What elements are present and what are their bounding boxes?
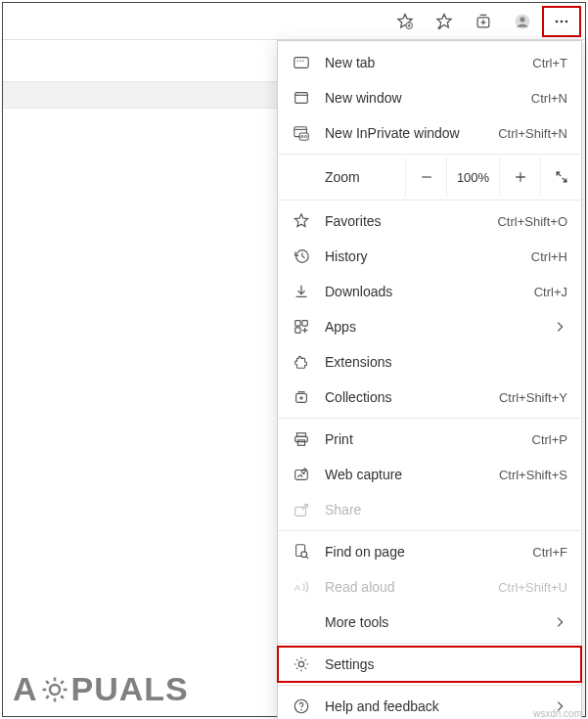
help-icon <box>292 697 311 716</box>
fullscreen-button[interactable] <box>540 157 581 197</box>
menu-favorites[interactable]: Favorites Ctrl+Shift+O <box>278 203 581 239</box>
collections-menu-icon <box>292 387 311 407</box>
settings-icon <box>292 654 311 674</box>
svg-point-34 <box>50 685 60 695</box>
plus-icon <box>513 169 528 185</box>
menu-new-tab[interactable]: New tab Ctrl+T <box>278 45 581 80</box>
svg-point-32 <box>300 709 302 711</box>
svg-rect-19 <box>295 328 300 333</box>
menu-web-capture[interactable]: Web capture Ctrl+Shift+S <box>278 457 581 492</box>
content-selected-row <box>3 81 279 109</box>
menu-separator <box>278 685 581 686</box>
menu-shortcut: Ctrl+Shift+N <box>498 126 567 141</box>
svg-point-8 <box>297 60 298 61</box>
menu-downloads[interactable]: Downloads Ctrl+J <box>278 274 581 309</box>
svg-rect-7 <box>294 58 308 68</box>
favorites-icon <box>434 12 454 31</box>
menu-shortcut: Ctrl+Shift+S <box>499 468 567 482</box>
menu-label: History <box>325 248 531 264</box>
menu-history[interactable]: History Ctrl+H <box>278 239 581 274</box>
menu-label: New InPrivate window <box>325 125 498 141</box>
menu-separator <box>278 643 581 644</box>
menu-shortcut: Ctrl+H <box>531 249 567 264</box>
svg-point-4 <box>556 20 559 22</box>
inprivate-icon <box>292 123 311 143</box>
menu-extensions[interactable]: Extensions <box>278 344 581 380</box>
svg-rect-18 <box>302 321 307 326</box>
minus-icon <box>419 169 434 185</box>
menu-find[interactable]: Find on page Ctrl+F <box>278 534 581 569</box>
browser-toolbar <box>3 3 585 40</box>
menu-separator <box>278 418 581 419</box>
menu-label: Web capture <box>325 467 499 482</box>
svg-rect-17 <box>295 321 300 326</box>
watermark-pre: A <box>13 670 38 708</box>
source-mark: wsxdn.com <box>533 708 582 719</box>
zoom-out-button[interactable] <box>405 157 446 197</box>
menu-more-tools[interactable]: More tools <box>278 605 581 640</box>
favorite-this-page-button[interactable] <box>385 5 425 38</box>
profile-icon <box>513 12 532 31</box>
menu-shortcut: Ctrl+J <box>534 285 567 299</box>
menu-label: Downloads <box>325 284 534 299</box>
menu-label: Collections <box>325 389 499 405</box>
menu-label: New window <box>325 90 531 106</box>
overflow-menu: New tab Ctrl+T New window Ctrl+N New InP… <box>277 40 582 719</box>
menu-collections[interactable]: Collections Ctrl+Shift+Y <box>278 380 581 415</box>
svg-point-30 <box>298 661 303 666</box>
svg-point-9 <box>299 60 300 61</box>
menu-share: Share <box>278 492 581 527</box>
svg-point-10 <box>302 60 303 61</box>
apps-icon <box>292 317 311 337</box>
menu-label: Find on page <box>325 544 532 560</box>
read-aloud-icon: A <box>292 577 311 597</box>
menu-shortcut: Ctrl+T <box>532 56 567 70</box>
new-tab-icon <box>292 53 311 72</box>
more-menu-button[interactable] <box>542 6 581 37</box>
svg-rect-11 <box>295 93 308 104</box>
favorite-this-icon <box>395 12 415 31</box>
menu-new-window[interactable]: New window Ctrl+N <box>278 80 581 115</box>
zoom-label: Zoom <box>278 157 405 197</box>
menu-read-aloud: A Read aloud Ctrl+Shift+U <box>278 569 581 605</box>
menu-shortcut: Ctrl+Shift+Y <box>499 390 567 405</box>
menu-label: Print <box>325 431 532 447</box>
svg-rect-23 <box>297 440 304 445</box>
downloads-icon <box>292 282 311 301</box>
extensions-icon <box>292 352 311 372</box>
svg-point-3 <box>520 17 524 22</box>
watermark-logo: A PUALS <box>13 670 189 708</box>
menu-shortcut: Ctrl+F <box>532 545 567 560</box>
menu-label: New tab <box>325 55 532 70</box>
menu-new-inprivate[interactable]: New InPrivate window Ctrl+Shift+N <box>278 115 581 151</box>
collections-toolbar-button[interactable] <box>464 5 503 38</box>
new-window-icon <box>292 88 311 108</box>
favorites-button[interactable] <box>425 5 464 38</box>
zoom-in-button[interactable] <box>499 157 540 197</box>
menu-settings[interactable]: Settings <box>278 647 581 682</box>
svg-point-5 <box>561 20 564 22</box>
svg-point-6 <box>565 20 568 22</box>
find-icon <box>292 542 311 562</box>
menu-label: Settings <box>325 656 567 672</box>
favorites-star-icon <box>292 211 311 231</box>
more-icon <box>552 12 571 31</box>
menu-shortcut: Ctrl+Shift+O <box>497 214 567 229</box>
web-capture-icon <box>292 465 311 484</box>
share-icon <box>292 500 311 519</box>
svg-text:A: A <box>294 582 301 593</box>
svg-rect-22 <box>295 436 308 441</box>
menu-apps[interactable]: Apps <box>278 309 581 344</box>
menu-label: Favorites <box>325 213 497 229</box>
menu-label: Help and feedback <box>325 698 552 714</box>
profile-button[interactable] <box>503 5 542 38</box>
menu-shortcut: Ctrl+Shift+U <box>498 580 567 595</box>
menu-print[interactable]: Print Ctrl+P <box>278 422 581 457</box>
watermark-gear-icon <box>38 673 71 706</box>
menu-separator <box>278 154 581 155</box>
menu-shortcut: Ctrl+N <box>531 91 567 106</box>
menu-separator <box>278 200 581 201</box>
print-icon <box>292 429 311 449</box>
menu-label: Extensions <box>325 354 567 370</box>
svg-point-28 <box>301 552 307 558</box>
